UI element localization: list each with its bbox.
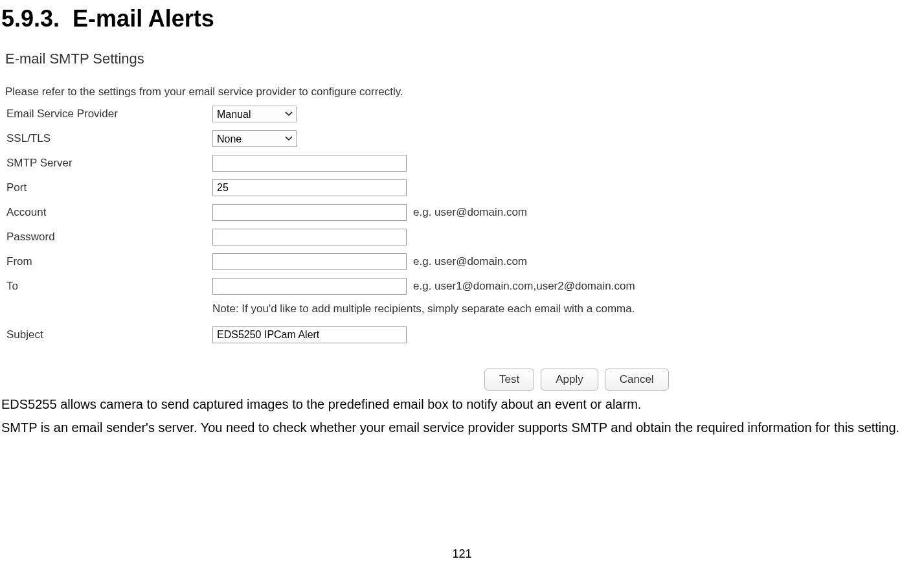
- body-paragraph-1: EDS5255 allows camera to send captured i…: [0, 394, 924, 414]
- row-note: Note: If you'd like to add multiple reci…: [5, 302, 924, 317]
- label-ssl-tls: SSL/TLS: [5, 132, 212, 145]
- test-button[interactable]: Test: [484, 369, 534, 391]
- row-account: Account e.g. user@domain.com: [5, 203, 924, 222]
- body-paragraph-2: SMTP is an email sender's server. You ne…: [0, 418, 924, 437]
- page-number: 121: [0, 547, 924, 561]
- select-ssl-tls[interactable]: None: [212, 130, 297, 147]
- hint-from: e.g. user@domain.com: [413, 255, 527, 268]
- label-from: From: [5, 255, 212, 268]
- label-smtp-server: SMTP Server: [5, 157, 212, 170]
- panel-intro: Please refer to the settings from your e…: [5, 86, 924, 98]
- section-heading: 5.9.3. E-mail Alerts: [0, 0, 924, 32]
- section-number: 5.9.3.: [1, 5, 60, 32]
- label-port: Port: [5, 181, 212, 194]
- section-title: E-mail Alerts: [73, 5, 214, 32]
- input-from[interactable]: [212, 253, 407, 270]
- panel-title: E-mail SMTP Settings: [5, 51, 924, 67]
- input-to[interactable]: [212, 278, 407, 295]
- hint-to: e.g. user1@domain.com,user2@domain.com: [413, 280, 635, 293]
- hint-account: e.g. user@domain.com: [413, 206, 527, 219]
- row-password: Password: [5, 228, 924, 246]
- note-multiple-recipients: Note: If you'd like to add multiple reci…: [212, 302, 635, 317]
- cancel-button[interactable]: Cancel: [605, 369, 669, 391]
- input-subject[interactable]: [212, 326, 407, 343]
- row-from: From e.g. user@domain.com: [5, 253, 924, 271]
- select-email-service-provider[interactable]: Manual: [212, 106, 297, 122]
- apply-button[interactable]: Apply: [541, 369, 598, 391]
- row-subject: Subject: [5, 326, 924, 344]
- row-smtp-server: SMTP Server: [5, 154, 924, 172]
- input-port[interactable]: [212, 179, 407, 196]
- label-password: Password: [5, 231, 212, 244]
- row-port: Port: [5, 179, 924, 197]
- input-account[interactable]: [212, 204, 407, 221]
- row-to: To e.g. user1@domain.com,user2@domain.co…: [5, 277, 924, 295]
- input-password[interactable]: [212, 229, 407, 245]
- smtp-settings-panel: E-mail SMTP Settings Please refer to the…: [0, 51, 924, 391]
- row-email-service-provider: Email Service Provider Manual: [5, 105, 924, 123]
- button-row: Test Apply Cancel: [5, 369, 924, 391]
- input-smtp-server[interactable]: [212, 155, 407, 172]
- row-ssl-tls: SSL/TLS None: [5, 130, 924, 148]
- label-email-service-provider: Email Service Provider: [5, 108, 212, 120]
- label-to: To: [5, 280, 212, 293]
- label-account: Account: [5, 206, 212, 219]
- label-subject: Subject: [5, 328, 212, 341]
